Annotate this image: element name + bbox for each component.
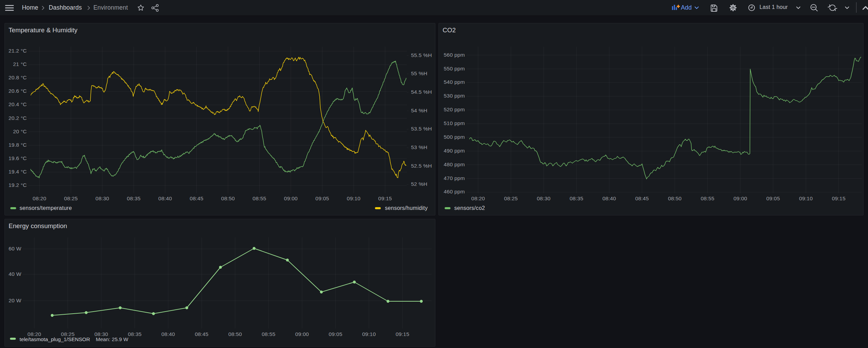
svg-text:08:50: 08:50 [668,195,682,201]
svg-text:560 ppm: 560 ppm [444,52,465,58]
svg-text:60 W: 60 W [9,246,21,251]
svg-text:09:15: 09:15 [396,331,409,337]
svg-text:08:30: 08:30 [95,195,109,201]
svg-text:08:35: 08:35 [127,195,141,201]
svg-text:09:05: 09:05 [316,195,329,201]
svg-text:52 %H: 52 %H [411,181,427,187]
svg-text:19.2 °C: 19.2 °C [9,182,27,188]
svg-text:08:35: 08:35 [128,331,142,337]
svg-text:08:20: 08:20 [471,195,485,201]
svg-text:08:55: 08:55 [701,195,715,201]
svg-text:19.8 °C: 19.8 °C [9,142,27,148]
svg-text:08:20: 08:20 [33,195,46,201]
svg-text:09:05: 09:05 [766,195,780,201]
svg-text:08:30: 08:30 [537,195,551,201]
svg-text:08:35: 08:35 [570,195,583,201]
svg-text:470 ppm: 470 ppm [444,175,465,181]
svg-text:09:05: 09:05 [329,331,342,337]
svg-text:54.5 %H: 54.5 %H [411,89,432,95]
svg-text:08:40: 08:40 [161,331,175,337]
svg-text:08:55: 08:55 [253,195,266,201]
svg-text:20.2 °C: 20.2 °C [9,115,27,121]
svg-text:53 %H: 53 %H [411,144,427,150]
svg-text:40 W: 40 W [9,271,21,277]
svg-text:08:45: 08:45 [195,331,208,337]
svg-text:08:50: 08:50 [221,195,235,201]
svg-text:55 %H: 55 %H [411,70,427,76]
svg-text:20 °C: 20 °C [13,128,27,134]
svg-text:500 ppm: 500 ppm [444,134,465,140]
svg-text:08:50: 08:50 [228,331,242,337]
svg-text:20 W: 20 W [9,298,21,303]
svg-text:09:00: 09:00 [295,331,309,337]
svg-text:520 ppm: 520 ppm [444,106,465,112]
svg-text:08:55: 08:55 [262,331,275,337]
svg-text:19.6 °C: 19.6 °C [9,155,27,161]
svg-text:530 ppm: 530 ppm [444,93,465,99]
svg-text:08:40: 08:40 [158,195,172,201]
svg-text:510 ppm: 510 ppm [444,120,465,126]
svg-text:09:10: 09:10 [799,195,813,201]
svg-text:21.2 °C: 21.2 °C [9,48,27,54]
svg-text:20.4 °C: 20.4 °C [9,101,27,107]
svg-text:460 ppm: 460 ppm [444,189,465,194]
svg-text:08:25: 08:25 [504,195,518,201]
svg-text:20.8 °C: 20.8 °C [9,75,27,80]
svg-text:08:45: 08:45 [190,195,204,201]
svg-text:09:15: 09:15 [378,195,392,201]
svg-text:20.6 °C: 20.6 °C [9,88,27,94]
svg-text:09:10: 09:10 [362,331,376,337]
svg-text:08:40: 08:40 [602,195,616,201]
svg-text:550 ppm: 550 ppm [444,66,465,71]
svg-text:540 ppm: 540 ppm [444,79,465,85]
svg-text:55.5 %H: 55.5 %H [411,52,432,58]
svg-text:09:00: 09:00 [733,195,747,201]
svg-text:09:15: 09:15 [832,195,846,201]
svg-text:08:25: 08:25 [64,195,78,201]
svg-text:08:45: 08:45 [635,195,649,201]
svg-text:09:10: 09:10 [347,195,361,201]
svg-text:480 ppm: 480 ppm [444,161,465,167]
svg-text:21 °C: 21 °C [13,61,27,67]
svg-text:490 ppm: 490 ppm [444,148,465,154]
svg-text:54 %H: 54 %H [411,108,427,113]
svg-text:09:00: 09:00 [284,195,298,201]
svg-text:53.5 %H: 53.5 %H [411,126,432,132]
svg-text:19.4 °C: 19.4 °C [9,169,27,175]
svg-text:52.5 %H: 52.5 %H [411,163,432,169]
